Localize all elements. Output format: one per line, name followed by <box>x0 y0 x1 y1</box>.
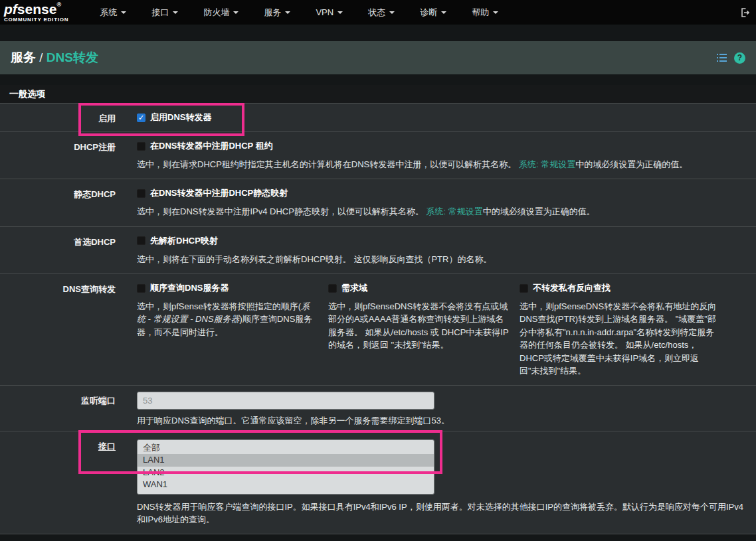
caret-down-icon <box>441 11 446 14</box>
field-description: 选中，则在请求DHCP租约时指定其主机名的计算机将在DNS转发器中注册，以便可以… <box>137 158 745 171</box>
field-label-dhcp-registration: DHCP注册 <box>0 132 126 179</box>
interface-option[interactable]: LAN2 <box>138 467 434 479</box>
caret-down-icon <box>337 11 343 14</box>
field-description: 选中，则将在下面的手动名称列表之前解析DHCP映射。 这仅影响反向查找（PTR）… <box>137 253 745 266</box>
nav-item-system[interactable]: 系统 <box>87 0 139 25</box>
field-label-prefer-dhcp: 首选DHCP <box>0 227 126 273</box>
checkbox[interactable] <box>137 236 145 245</box>
field-label-static-dhcp: 静态DHCP <box>0 179 126 226</box>
general-setup-link[interactable]: 系统: 常规设置 <box>426 206 483 216</box>
enable-dns-forwarder-checkbox-field[interactable]: 启用DNS转发器 <box>137 112 745 123</box>
field-label-interface: 接口 <box>0 431 126 534</box>
field-description: DNS转发器用于响应客户端查询的接口IP。如果接口具有IPv4和IPv6 IP，… <box>137 501 745 526</box>
checkbox[interactable] <box>137 284 145 293</box>
dhcp-registration-checkbox-field[interactable]: 在DNS转发器中注册DHCP 租约 <box>137 140 745 152</box>
checkbox[interactable] <box>137 114 145 122</box>
nav-item-services[interactable]: 服务 <box>251 0 303 25</box>
field-description: 选中，则pfSenseDNS转发器不会将没有点或域部分的A或AAAA普通名称查询… <box>328 300 509 351</box>
row-listen-port: 监听端口 用于响应DNS查询的端口。它通常应该留空，除非另一个服务需要绑定到端口… <box>0 386 756 431</box>
interface-option[interactable]: LAN1 <box>138 454 434 467</box>
row-prefer-dhcp: 首选DHCP 先解析DHCP映射 选中，则将在下面的手动名称列表之前解析DHCP… <box>0 227 756 274</box>
field-label-listen-port: 监听端口 <box>0 386 126 430</box>
caret-down-icon <box>285 11 290 14</box>
breadcrumb-bar: 服务 / DNS转发 ? <box>0 41 756 74</box>
field-description: 选中，则pfSenseDNS转发器不会将私有地址的反向DNS查找(PTR)转发到… <box>520 300 719 377</box>
require-domain-checkbox-field[interactable]: 需求域 <box>328 282 509 294</box>
logo-text: pfsense® <box>4 2 68 16</box>
caret-down-icon <box>233 11 238 14</box>
static-dhcp-checkbox-field[interactable]: 在DNS转发器中注册DHCP静态映射 <box>137 187 745 199</box>
row-enable: 启用 启用DNS转发器 <box>0 104 756 132</box>
query-forwarding-col-require-domain: 需求域 选中，则pfSenseDNS转发器不会将没有点或域部分的A或AAAA普通… <box>328 282 509 377</box>
logout-icon[interactable] <box>739 7 749 18</box>
breadcrumb-section: 服务 <box>11 50 36 64</box>
row-interface: 接口 全部 LAN1 LAN2 WAN1 WAN2 DNS转发器用于响应客户端查… <box>0 431 756 535</box>
checkbox[interactable] <box>137 189 145 198</box>
sequential-query-checkbox-field[interactable]: 顺序查询DNS服务器 <box>137 282 318 294</box>
row-dhcp-registration: DHCP注册 在DNS转发器中注册DHCP 租约 选中，则在请求DHCP租约时指… <box>0 132 756 179</box>
breadcrumb: 服务 / DNS转发 <box>11 49 98 66</box>
interface-option[interactable]: WAN1 <box>138 479 434 491</box>
nav-item-firewall[interactable]: 防火墙 <box>191 0 251 25</box>
field-label-enable: 启用 <box>0 104 126 131</box>
nav-item-interfaces[interactable]: 接口 <box>139 0 191 25</box>
query-forwarding-col-no-private-reverse: 不转发私有反向查找 选中，则pfSenseDNS转发器不会将私有地址的反向DNS… <box>520 282 719 377</box>
panel-title: 一般选项 <box>0 85 756 104</box>
field-description: 选中，则在DNS转发器中注册IPv4 DHCP静态映射，以便可以解析其名称。 系… <box>137 205 745 218</box>
row-static-dhcp: 静态DHCP 在DNS转发器中注册DHCP静态映射 选中，则在DNS转发器中注册… <box>0 179 756 226</box>
pfsense-logo[interactable]: pfsense® COMMUNITY EDITION <box>4 2 68 23</box>
page-title: DNS转发 <box>47 50 98 64</box>
field-description: 用于响应DNS查询的端口。它通常应该留空，除非另一个服务需要绑定到端口53。 <box>137 414 745 427</box>
interface-select[interactable]: 全部 LAN1 LAN2 WAN1 WAN2 <box>137 439 434 495</box>
caret-down-icon <box>173 11 178 14</box>
caret-down-icon <box>493 11 498 14</box>
prefer-dhcp-checkbox-field[interactable]: 先解析DHCP映射 <box>137 235 745 247</box>
nav-item-vpn[interactable]: VPN <box>303 0 355 25</box>
listen-port-input[interactable] <box>137 392 434 410</box>
top-navbar: pfsense® COMMUNITY EDITION 系统 接口 防火墙 服务 … <box>0 0 756 25</box>
field-label-query-forwarding: DNS查询转发 <box>0 274 126 385</box>
nav-menu: 系统 接口 防火墙 服务 VPN 状态 诊断 帮助 <box>87 0 511 25</box>
field-description: 选中，则pfSense转发器将按照指定的顺序(系统 - 常规设置 - DNS服务… <box>137 300 318 339</box>
interface-option[interactable]: 全部 <box>138 442 434 455</box>
checkbox[interactable] <box>328 284 337 293</box>
help-icon[interactable]: ? <box>734 52 745 64</box>
general-setup-link[interactable]: 系统: 常规设置 <box>519 159 575 169</box>
no-private-reverse-checkbox-field[interactable]: 不转发私有反向查找 <box>520 282 719 294</box>
row-query-forwarding: DNS查询转发 顺序查询DNS服务器 选中，则pfSense转发器将按照指定的顺… <box>0 274 756 386</box>
checkbox[interactable] <box>520 284 528 293</box>
checkbox[interactable] <box>137 142 145 151</box>
general-options-panel: 一般选项 启用 启用DNS转发器 DHCP注册 在DNS转发器中注册DHCP 租… <box>0 85 756 534</box>
query-forwarding-col-sequential: 顺序查询DNS服务器 选中，则pfSense转发器将按照指定的顺序(系统 - 常… <box>137 282 318 377</box>
caret-down-icon <box>121 11 126 14</box>
interface-option[interactable]: WAN2 <box>138 491 434 495</box>
nav-item-help[interactable]: 帮助 <box>459 0 511 25</box>
nav-item-diagnostics[interactable]: 诊断 <box>407 0 459 25</box>
related-docs-icon[interactable] <box>716 53 727 62</box>
nav-item-status[interactable]: 状态 <box>355 0 407 25</box>
caret-down-icon <box>389 11 395 14</box>
logo-subtitle: COMMUNITY EDITION <box>4 17 68 23</box>
